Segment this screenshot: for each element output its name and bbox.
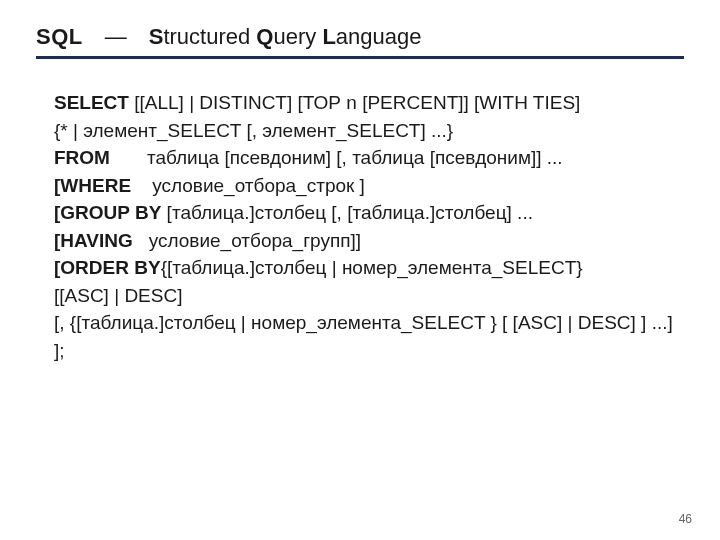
syntax-block: SELECT [[ALL] | DISTINCT] [ТОР n [PERCEN… [54, 89, 684, 364]
syntax-line-8: [[ASC] | DESC] [54, 282, 684, 310]
syntax-line-9: [, {[таблица.]столбец | номер_элемента_S… [54, 309, 684, 364]
syntax-line-3: FROM таблица [псевдоним] [, таблица [псе… [54, 144, 684, 172]
syntax-line-2: {* | элемент_SELECT [, элемент_SELECT] .… [54, 117, 684, 145]
syntax-line-6: [HAVING условие_отбора_групп]] [54, 227, 684, 255]
syntax-line-7: [ORDER BY{[таблица.]столбец | номер_элем… [54, 254, 684, 282]
page-number: 46 [679, 512, 692, 526]
syntax-line-1: SELECT [[ALL] | DISTINCT] [ТОР n [PERCEN… [54, 89, 684, 117]
sql-abbr: SQL [36, 24, 83, 50]
sql-fullname: Structured Query Language [149, 24, 422, 50]
syntax-line-4: [WHERE условие_отбора_строк ] [54, 172, 684, 200]
slide-header: SQL — Structured Query Language [36, 24, 684, 59]
syntax-line-5: [GROUP BY [таблица.]столбец [, [таблица.… [54, 199, 684, 227]
dash: — [105, 24, 127, 50]
